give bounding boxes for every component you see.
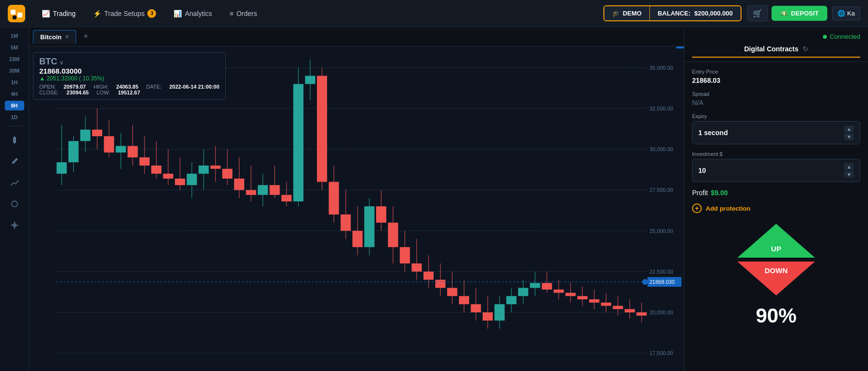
- investment-input-box[interactable]: 10 ▲ ▼: [692, 159, 860, 182]
- expiry-field: Expiry 1 second ▲ ▼: [692, 113, 860, 144]
- cart-button[interactable]: 🛒: [747, 5, 768, 21]
- demo-button[interactable]: 🎓 DEMO: [604, 6, 650, 20]
- down-label: DOWN: [765, 266, 788, 275]
- percentage-row: 90%: [692, 304, 860, 327]
- top-nav: 📈 Trading ⚡ Trade Setups 3 📊 Analytics ≡…: [0, 0, 868, 27]
- add-protection-label: Add protection: [706, 205, 750, 212]
- balance-display: BALANCE: $200,000.000: [650, 6, 741, 20]
- up-label: UP: [771, 245, 781, 253]
- protection-icon: +: [692, 203, 702, 213]
- svg-rect-3: [13, 15, 16, 19]
- nav-trade-setups-label: Trade Setups: [104, 10, 145, 17]
- investment-field: Investment $ 10 ▲ ▼: [692, 151, 860, 182]
- add-chart-tab-button[interactable]: +: [79, 30, 93, 44]
- refresh-icon[interactable]: ↻: [803, 45, 808, 53]
- chart-tab-bitcoin[interactable]: Bitcoin ×: [33, 30, 76, 44]
- nav-trading[interactable]: 📈 Trading: [35, 7, 82, 20]
- tf-30m[interactable]: 30M: [5, 66, 24, 76]
- tf-1m[interactable]: 1M: [5, 31, 24, 41]
- expiry-stepper[interactable]: ▲ ▼: [844, 125, 854, 140]
- orders-icon: ≡: [230, 10, 234, 17]
- rp-body: Entry Price 21868.03 Spread N/A Expiry 1…: [684, 62, 868, 371]
- user-label: Ka: [847, 10, 855, 17]
- price-chart[interactable]: [29, 46, 684, 371]
- main-content: 1M 5M 15M 30M 1H 4H 8H 1D: [0, 27, 868, 371]
- current-price-label: [676, 46, 684, 48]
- svg-rect-2: [17, 13, 22, 17]
- investment-input[interactable]: 10: [698, 167, 844, 174]
- deposit-button[interactable]: 💵 DEPOSIT: [772, 6, 827, 21]
- profit-row: Profit $9.00: [692, 189, 860, 197]
- trading-icon: 📈: [42, 10, 50, 17]
- tf-15m[interactable]: 15M: [5, 54, 24, 64]
- expiry-up-button[interactable]: ▲: [844, 125, 854, 132]
- spread-label: Spread: [692, 91, 860, 97]
- left-sidebar: 1M 5M 15M 30M 1H 4H 8H 1D: [0, 27, 29, 371]
- tf-1d[interactable]: 1D: [5, 112, 24, 122]
- lightning-icon: ⚡: [93, 10, 101, 17]
- user-button[interactable]: 🌐 Ka: [832, 6, 860, 20]
- right-panel: Connected Digital Contracts ↻ Entry Pric…: [684, 27, 868, 371]
- nav-trading-label: Trading: [53, 10, 76, 17]
- tf-5m[interactable]: 5M: [5, 43, 24, 52]
- add-protection-button[interactable]: + Add protection: [692, 203, 860, 213]
- analytics-icon: 📊: [174, 10, 182, 17]
- investment-down-button[interactable]: ▼: [844, 171, 854, 178]
- crosshair-tool[interactable]: [5, 216, 24, 235]
- balance-value: $200,000.000: [694, 10, 733, 17]
- svg-rect-0: [8, 5, 25, 22]
- demo-label: DEMO: [623, 10, 642, 17]
- entry-price-label: Entry Price: [692, 69, 860, 75]
- spread-value: N/A: [692, 99, 860, 107]
- expiry-value: 1 second: [698, 129, 728, 137]
- chart-area: Bitcoin × + BTC v 21868.03000 ▲ 2051.320…: [29, 27, 684, 371]
- tab-name: Bitcoin: [40, 33, 62, 41]
- connected-row: Connected: [692, 33, 860, 40]
- sidebar-divider: [6, 126, 23, 126]
- spread-field: Spread N/A: [692, 91, 860, 107]
- mortarboard-icon: 🎓: [612, 10, 620, 17]
- pen-tool[interactable]: [5, 152, 24, 171]
- deposit-label: DEPOSIT: [791, 10, 819, 17]
- tab-close-button[interactable]: ×: [65, 34, 69, 40]
- profit-label: Profit: [692, 189, 708, 197]
- trade-setups-badge: 3: [147, 9, 156, 18]
- chart-tabs: Bitcoin × +: [29, 27, 684, 46]
- nav-orders-label: Orders: [237, 10, 257, 17]
- svg-rect-4: [13, 137, 16, 143]
- svg-point-7: [12, 201, 17, 207]
- nav-items: 📈 Trading ⚡ Trade Setups 3 📊 Analytics ≡…: [35, 6, 603, 21]
- svg-rect-1: [11, 10, 16, 15]
- connected-text: Connected: [830, 33, 860, 40]
- digital-contracts-row: Digital Contracts ↻: [692, 45, 860, 58]
- cart-icon: 🛒: [753, 9, 762, 17]
- entry-price-field: Entry Price 21868.03: [692, 69, 860, 84]
- logo-icon: [8, 5, 25, 22]
- investment-stepper[interactable]: ▲ ▼: [844, 163, 854, 178]
- tf-1h[interactable]: 1H: [5, 77, 24, 87]
- candle-tool[interactable]: [5, 130, 24, 150]
- investment-label: Investment $: [692, 151, 860, 157]
- down-button[interactable]: DOWN: [738, 262, 815, 295]
- chart-container: BTC v 21868.03000 ▲ 2051.32000 ( 10.35%)…: [29, 46, 684, 371]
- circle-tool[interactable]: [5, 194, 24, 214]
- rp-header: Connected Digital Contracts ↻: [684, 27, 868, 62]
- up-button[interactable]: UP: [738, 224, 815, 258]
- nav-trade-setups[interactable]: ⚡ Trade Setups 3: [86, 6, 163, 21]
- trend-tool[interactable]: [5, 173, 24, 192]
- expiry-down-button[interactable]: ▼: [844, 133, 854, 140]
- tf-4h[interactable]: 4H: [5, 89, 24, 99]
- nav-analytics[interactable]: 📊 Analytics: [167, 7, 219, 20]
- percentage-label: 90%: [756, 304, 796, 327]
- profit-value: $9.00: [711, 189, 728, 197]
- tf-8h[interactable]: 8H: [5, 101, 24, 110]
- investment-up-button[interactable]: ▲: [844, 163, 854, 170]
- demo-balance-box: 🎓 DEMO BALANCE: $200,000.000: [603, 5, 742, 21]
- globe-icon: 🌐: [837, 10, 845, 17]
- dc-label: Digital Contracts: [744, 45, 798, 53]
- trade-buttons: UP DOWN: [692, 224, 860, 295]
- expiry-input-box[interactable]: 1 second ▲ ▼: [692, 121, 860, 144]
- deposit-icon: 💵: [780, 10, 788, 17]
- nav-orders[interactable]: ≡ Orders: [223, 7, 264, 20]
- balance-label: BALANCE:: [658, 10, 691, 17]
